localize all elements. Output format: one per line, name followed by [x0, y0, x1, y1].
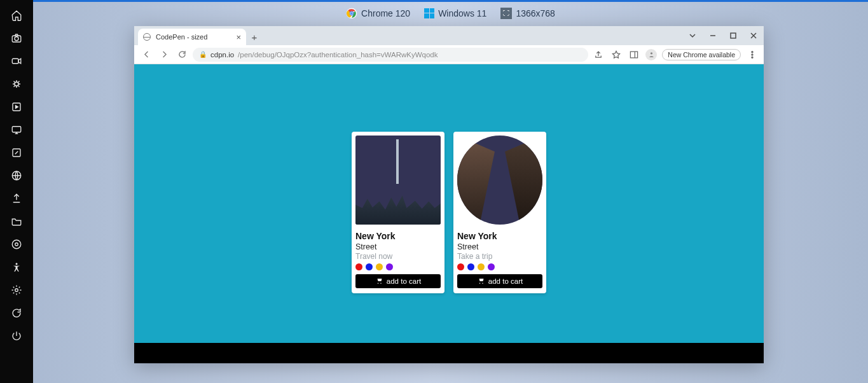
kebab-menu-icon[interactable]: [746, 48, 759, 61]
refresh-icon[interactable]: [5, 304, 28, 322]
toolbar-right: New Chrome available: [592, 48, 759, 61]
svg-point-8: [12, 240, 21, 249]
power-icon[interactable]: [5, 327, 28, 345]
color-swatches: [355, 263, 441, 270]
new-chrome-button[interactable]: New Chrome available: [662, 49, 741, 60]
color-swatch[interactable]: [366, 263, 373, 270]
home-icon[interactable]: [5, 6, 28, 24]
product-card: New YorkStreetTravel nowadd to cart: [352, 132, 444, 293]
browser-chip: Chrome 120: [346, 8, 410, 19]
card-image: [457, 136, 542, 225]
svg-point-10: [16, 263, 18, 265]
card-tagline: Travel now: [355, 252, 441, 261]
card-title: New York: [355, 231, 441, 241]
side-panel-icon[interactable]: [628, 48, 640, 61]
resolution-label: 1366x768: [516, 8, 555, 18]
globe-favicon-icon: [143, 33, 151, 41]
page-footer: [134, 343, 764, 363]
svg-rect-2: [12, 59, 18, 64]
url-domain: cdpn.io: [210, 51, 234, 59]
reload-button[interactable]: [175, 48, 189, 62]
tool-rail: [0, 0, 33, 383]
svg-rect-5: [12, 127, 21, 132]
lock-icon: 🔒: [199, 51, 207, 58]
product-card: New YorkStreetTake a tripadd to cart: [453, 132, 546, 293]
profile-avatar-icon[interactable]: [645, 49, 657, 60]
color-swatch[interactable]: [478, 263, 485, 270]
forward-button[interactable]: [157, 48, 171, 62]
chrome-icon: [346, 8, 357, 19]
tab-strip: CodePen - sized × +: [134, 26, 764, 45]
card-subtitle: Street: [457, 242, 542, 251]
color-swatches: [457, 263, 542, 270]
tab-close-icon[interactable]: ×: [236, 32, 241, 42]
minimize-button[interactable]: [703, 26, 723, 45]
color-swatch[interactable]: [457, 263, 464, 270]
color-swatch[interactable]: [467, 263, 474, 270]
resolution-icon: ⛶: [500, 8, 512, 19]
svg-point-20: [752, 53, 753, 55]
monitor-icon[interactable]: [5, 121, 28, 139]
browser-window: CodePen - sized × + 🔒 cdpn.io/pen/debug/…: [134, 26, 764, 363]
card-title: New York: [457, 231, 542, 241]
svg-point-11: [15, 289, 18, 292]
settings-icon[interactable]: [5, 281, 28, 299]
card-row: New YorkStreetTravel nowadd to cartNew Y…: [134, 64, 764, 343]
svg-rect-16: [731, 33, 736, 38]
url-field[interactable]: 🔒 cdpn.io/pen/debug/OJqpOzx?authenticati…: [193, 48, 588, 62]
page-viewport: New YorkStreetTravel nowadd to cartNew Y…: [134, 64, 764, 363]
card-image: [355, 136, 441, 225]
share-icon[interactable]: [592, 48, 605, 61]
cta-label: add to cart: [488, 277, 523, 285]
upload-icon[interactable]: [5, 190, 28, 207]
maximize-button[interactable]: [723, 26, 743, 45]
url-path: /pen/debug/OJqpOzx?authentication_hash=v…: [238, 51, 437, 59]
video-icon[interactable]: [5, 52, 28, 70]
close-window-button[interactable]: [743, 26, 764, 45]
chrome-devtools-icon[interactable]: [5, 235, 28, 253]
svg-point-1: [15, 37, 18, 41]
card-subtitle: Street: [355, 242, 441, 251]
bookmark-star-icon[interactable]: [610, 48, 623, 61]
browser-label: Chrome 120: [361, 8, 410, 18]
color-swatch[interactable]: [386, 263, 393, 270]
tab-title: CodePen - sized: [156, 33, 207, 41]
tab-search-icon[interactable]: [682, 26, 703, 45]
svg-point-15: [350, 12, 352, 14]
active-tab[interactable]: CodePen - sized ×: [138, 29, 246, 45]
add-to-cart-button[interactable]: add to cart: [355, 274, 441, 288]
svg-point-19: [752, 51, 753, 52]
play-square-icon[interactable]: [5, 98, 28, 116]
add-to-cart-button[interactable]: add to cart: [457, 274, 542, 288]
color-swatch[interactable]: [488, 263, 495, 270]
edit-square-icon[interactable]: [5, 144, 28, 162]
svg-rect-17: [631, 52, 638, 58]
svg-point-3: [15, 82, 18, 86]
cta-label: add to cart: [387, 277, 421, 285]
color-swatch[interactable]: [376, 263, 383, 270]
globe-icon[interactable]: [5, 167, 28, 185]
card-tagline: Take a trip: [457, 252, 542, 261]
accessibility-icon[interactable]: [5, 258, 28, 276]
back-button[interactable]: [139, 48, 153, 62]
window-controls: [682, 26, 764, 45]
svg-point-9: [15, 243, 18, 246]
resolution-chip: ⛶ 1366x768: [500, 8, 555, 19]
new-tab-button[interactable]: +: [246, 29, 263, 45]
env-topbar: Chrome 120 Windows 11 ⛶ 1366x768: [33, 0, 868, 24]
color-swatch[interactable]: [355, 263, 362, 270]
camera-icon[interactable]: [5, 29, 28, 47]
os-chip: Windows 11: [424, 8, 486, 18]
address-bar: 🔒 cdpn.io/pen/debug/OJqpOzx?authenticati…: [134, 45, 764, 64]
svg-point-21: [752, 57, 753, 58]
os-label: Windows 11: [438, 8, 486, 18]
folder-icon[interactable]: [5, 212, 28, 230]
bug-icon[interactable]: [5, 75, 28, 93]
svg-point-18: [651, 52, 652, 54]
windows-icon: [424, 8, 434, 18]
